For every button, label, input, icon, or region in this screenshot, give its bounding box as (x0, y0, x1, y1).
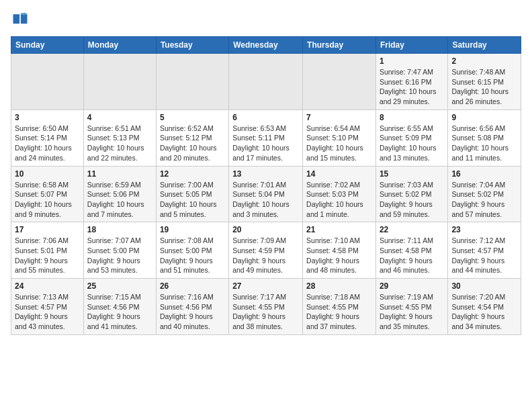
calendar-cell: 6Sunrise: 6:53 AM Sunset: 5:11 PM Daylig… (229, 109, 303, 166)
day-info: Sunrise: 7:12 AM Sunset: 4:57 PM Dayligh… (451, 236, 517, 275)
calendar-cell: 23Sunrise: 7:12 AM Sunset: 4:57 PM Dayli… (448, 222, 521, 279)
day-number: 6 (232, 113, 299, 122)
day-info: Sunrise: 6:53 AM Sunset: 5:11 PM Dayligh… (232, 124, 299, 163)
calendar-cell: 19Sunrise: 7:08 AM Sunset: 5:00 PM Dayli… (156, 222, 228, 279)
day-number: 21 (306, 225, 372, 234)
calendar-cell (229, 54, 303, 110)
day-number: 15 (380, 169, 444, 179)
day-info: Sunrise: 7:16 AM Sunset: 4:56 PM Dayligh… (160, 292, 225, 332)
day-number: 30 (451, 281, 517, 291)
day-info: Sunrise: 7:48 AM Sunset: 6:15 PM Dayligh… (451, 67, 517, 107)
day-info: Sunrise: 7:08 AM Sunset: 5:00 PM Dayligh… (160, 236, 225, 275)
day-info: Sunrise: 6:51 AM Sunset: 5:13 PM Dayligh… (87, 124, 152, 163)
day-info: Sunrise: 6:59 AM Sunset: 5:06 PM Dayligh… (87, 180, 152, 220)
day-number: 16 (451, 169, 517, 179)
calendar-cell: 20Sunrise: 7:09 AM Sunset: 4:59 PM Dayli… (229, 222, 303, 279)
day-number: 2 (451, 56, 517, 66)
day-number: 20 (232, 225, 299, 234)
calendar-cell: 30Sunrise: 7:20 AM Sunset: 4:54 PM Dayli… (448, 279, 521, 335)
logo (11, 11, 32, 30)
calendar-week-row: 24Sunrise: 7:13 AM Sunset: 4:57 PM Dayli… (11, 279, 521, 335)
calendar-week-row: 10Sunrise: 6:58 AM Sunset: 5:07 PM Dayli… (11, 166, 521, 222)
day-info: Sunrise: 6:54 AM Sunset: 5:10 PM Dayligh… (306, 124, 372, 163)
day-info: Sunrise: 7:18 AM Sunset: 4:55 PM Dayligh… (306, 292, 372, 332)
day-number: 27 (232, 281, 299, 291)
calendar-cell: 12Sunrise: 7:00 AM Sunset: 5:05 PM Dayli… (156, 166, 228, 222)
day-number: 12 (160, 169, 225, 179)
column-header-friday: Friday (375, 37, 447, 54)
calendar-week-row: 17Sunrise: 7:06 AM Sunset: 5:01 PM Dayli… (11, 222, 521, 279)
day-info: Sunrise: 7:13 AM Sunset: 4:57 PM Dayligh… (15, 292, 80, 332)
day-number: 25 (87, 281, 152, 291)
day-info: Sunrise: 6:58 AM Sunset: 5:07 PM Dayligh… (15, 180, 80, 220)
calendar-table: SundayMondayTuesdayWednesdayThursdayFrid… (11, 36, 521, 335)
day-number: 14 (306, 169, 372, 179)
calendar-cell: 5Sunrise: 6:52 AM Sunset: 5:12 PM Daylig… (156, 109, 228, 166)
day-number: 23 (451, 225, 517, 234)
day-info: Sunrise: 7:09 AM Sunset: 4:59 PM Dayligh… (232, 236, 299, 275)
calendar-cell: 3Sunrise: 6:50 AM Sunset: 5:14 PM Daylig… (11, 109, 84, 166)
day-number: 5 (160, 113, 225, 122)
day-info: Sunrise: 6:55 AM Sunset: 5:09 PM Dayligh… (380, 124, 444, 163)
logo-icon (11, 11, 30, 30)
day-info: Sunrise: 7:01 AM Sunset: 5:04 PM Dayligh… (232, 180, 299, 220)
calendar-cell: 29Sunrise: 7:19 AM Sunset: 4:55 PM Dayli… (375, 279, 447, 335)
calendar-cell: 10Sunrise: 6:58 AM Sunset: 5:07 PM Dayli… (11, 166, 84, 222)
day-number: 26 (160, 281, 225, 291)
column-header-thursday: Thursday (303, 37, 376, 54)
column-header-sunday: Sunday (11, 37, 84, 54)
calendar-cell: 8Sunrise: 6:55 AM Sunset: 5:09 PM Daylig… (375, 109, 447, 166)
day-info: Sunrise: 7:20 AM Sunset: 4:54 PM Dayligh… (451, 292, 517, 332)
calendar-cell: 25Sunrise: 7:15 AM Sunset: 4:56 PM Dayli… (83, 279, 156, 335)
day-info: Sunrise: 6:56 AM Sunset: 5:08 PM Dayligh… (451, 124, 517, 163)
day-info: Sunrise: 6:50 AM Sunset: 5:14 PM Dayligh… (15, 124, 80, 163)
day-number: 8 (380, 113, 444, 122)
day-info: Sunrise: 7:02 AM Sunset: 5:03 PM Dayligh… (306, 180, 372, 220)
calendar-cell: 4Sunrise: 6:51 AM Sunset: 5:13 PM Daylig… (83, 109, 156, 166)
calendar-cell: 17Sunrise: 7:06 AM Sunset: 5:01 PM Dayli… (11, 222, 84, 279)
day-number: 22 (380, 225, 444, 234)
day-number: 4 (87, 113, 152, 122)
page-header (11, 11, 521, 30)
calendar-cell: 16Sunrise: 7:04 AM Sunset: 5:02 PM Dayli… (448, 166, 521, 222)
day-info: Sunrise: 7:11 AM Sunset: 4:58 PM Dayligh… (380, 236, 444, 275)
day-number: 24 (15, 281, 80, 291)
calendar-week-row: 3Sunrise: 6:50 AM Sunset: 5:14 PM Daylig… (11, 109, 521, 166)
column-header-monday: Monday (83, 37, 156, 54)
calendar-week-row: 1Sunrise: 7:47 AM Sunset: 6:16 PM Daylig… (11, 54, 521, 110)
calendar-cell: 7Sunrise: 6:54 AM Sunset: 5:10 PM Daylig… (303, 109, 376, 166)
calendar-cell: 13Sunrise: 7:01 AM Sunset: 5:04 PM Dayli… (229, 166, 303, 222)
column-header-tuesday: Tuesday (156, 37, 228, 54)
day-number: 28 (306, 281, 372, 291)
day-number: 9 (451, 113, 517, 122)
day-info: Sunrise: 7:15 AM Sunset: 4:56 PM Dayligh… (87, 292, 152, 332)
calendar-cell: 1Sunrise: 7:47 AM Sunset: 6:16 PM Daylig… (375, 54, 447, 110)
calendar-cell: 18Sunrise: 7:07 AM Sunset: 5:00 PM Dayli… (83, 222, 156, 279)
day-number: 10 (15, 169, 80, 179)
column-header-wednesday: Wednesday (229, 37, 303, 54)
day-info: Sunrise: 7:04 AM Sunset: 5:02 PM Dayligh… (451, 180, 517, 220)
calendar-cell (156, 54, 228, 110)
calendar-cell: 2Sunrise: 7:48 AM Sunset: 6:15 PM Daylig… (448, 54, 521, 110)
column-header-saturday: Saturday (448, 37, 521, 54)
day-info: Sunrise: 6:52 AM Sunset: 5:12 PM Dayligh… (160, 124, 225, 163)
calendar-cell: 24Sunrise: 7:13 AM Sunset: 4:57 PM Dayli… (11, 279, 84, 335)
day-info: Sunrise: 7:47 AM Sunset: 6:16 PM Dayligh… (380, 67, 444, 107)
day-info: Sunrise: 7:00 AM Sunset: 5:05 PM Dayligh… (160, 180, 225, 220)
calendar-header-row: SundayMondayTuesdayWednesdayThursdayFrid… (11, 37, 521, 54)
day-number: 17 (15, 225, 80, 234)
calendar-cell (303, 54, 376, 110)
day-number: 3 (15, 113, 80, 122)
day-info: Sunrise: 7:17 AM Sunset: 4:55 PM Dayligh… (232, 292, 299, 332)
day-number: 13 (232, 169, 299, 179)
calendar-cell (83, 54, 156, 110)
day-info: Sunrise: 7:03 AM Sunset: 5:02 PM Dayligh… (380, 180, 444, 220)
calendar-cell: 26Sunrise: 7:16 AM Sunset: 4:56 PM Dayli… (156, 279, 228, 335)
calendar-cell: 9Sunrise: 6:56 AM Sunset: 5:08 PM Daylig… (448, 109, 521, 166)
calendar-cell: 15Sunrise: 7:03 AM Sunset: 5:02 PM Dayli… (375, 166, 447, 222)
day-number: 29 (380, 281, 444, 291)
day-number: 19 (160, 225, 225, 234)
day-number: 18 (87, 225, 152, 234)
day-number: 1 (380, 56, 444, 66)
svg-rect-1 (13, 14, 20, 24)
